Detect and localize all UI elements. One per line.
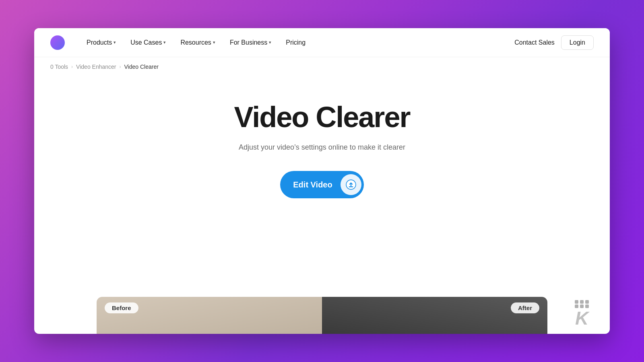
upload-icon-circle <box>341 174 361 195</box>
kapwing-dots <box>575 300 589 304</box>
nav-pricing[interactable]: Pricing <box>280 36 311 49</box>
breadcrumb-item-clearer: Video Clearer <box>124 64 158 70</box>
brand-logo[interactable] <box>50 35 65 50</box>
nav-use-cases-label: Use Cases <box>130 39 162 46</box>
nav-resources[interactable]: Resources ▾ <box>175 36 221 49</box>
dot <box>580 300 584 304</box>
chevron-down-icon: ▾ <box>269 40 271 45</box>
before-after-section: Before After <box>34 297 610 334</box>
kapwing-k-letter: K <box>575 309 588 327</box>
edit-video-button[interactable]: Edit Video <box>280 171 363 198</box>
hero-section: Video Clearer Adjust your video’s settin… <box>34 76 610 214</box>
chevron-down-icon: ▾ <box>163 40 166 45</box>
dot <box>585 300 589 304</box>
navbar: Products ▾ Use Cases ▾ Resources ▾ For B… <box>34 28 610 57</box>
before-after-wrapper: Before After <box>97 297 547 334</box>
after-label: After <box>511 302 539 313</box>
nav-resources-label: Resources <box>180 39 211 46</box>
breadcrumb-item-enhancer[interactable]: Video Enhancer <box>76 64 116 70</box>
edit-video-label: Edit Video <box>293 180 332 189</box>
upload-icon <box>346 179 356 190</box>
nav-products-label: Products <box>87 39 112 46</box>
before-label: Before <box>105 302 138 313</box>
breadcrumb: 0 Tools › Video Enhancer › Video Clearer <box>34 57 610 76</box>
nav-use-cases[interactable]: Use Cases ▾ <box>125 36 171 49</box>
page-title: Video Clearer <box>234 101 410 134</box>
contact-sales-link[interactable]: Contact Sales <box>514 39 555 46</box>
kapwing-watermark: K <box>575 300 589 327</box>
breadcrumb-separator: › <box>119 64 121 70</box>
nav-for-business-label: For Business <box>230 39 267 46</box>
breadcrumb-separator: › <box>71 64 73 70</box>
nav-right: Contact Sales Login <box>514 35 594 50</box>
after-panel: After <box>322 297 547 334</box>
chevron-down-icon: ▾ <box>114 40 116 45</box>
breadcrumb-item-tools[interactable]: 0 Tools <box>50 64 68 70</box>
browser-window: Products ▾ Use Cases ▾ Resources ▾ For B… <box>34 28 610 334</box>
chevron-down-icon: ▾ <box>213 40 215 45</box>
before-panel: Before <box>97 297 322 334</box>
nav-products[interactable]: Products ▾ <box>81 36 122 49</box>
dot <box>575 300 578 304</box>
hero-subtitle: Adjust your video’s settings online to m… <box>239 143 405 152</box>
nav-links: Products ▾ Use Cases ▾ Resources ▾ For B… <box>81 36 514 49</box>
login-button[interactable]: Login <box>561 35 594 50</box>
nav-for-business[interactable]: For Business ▾ <box>224 36 277 49</box>
